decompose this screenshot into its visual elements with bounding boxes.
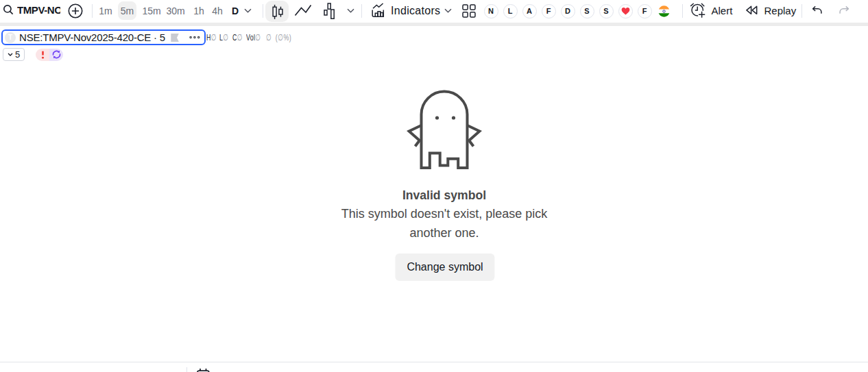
ohlc-value: ∅	[210, 32, 216, 42]
ohlc-value: ∅	[255, 32, 261, 42]
quick-symbol-N[interactable]: N	[484, 4, 498, 18]
legend-symbol-pill[interactable]: T NSE:TMPV-Nov2025-420-CE · 5	[1, 29, 206, 45]
india-flag-icon	[658, 5, 670, 17]
ohlc-pair: ∅ (∅%)	[266, 32, 291, 42]
top-toolbar: TMPV-NO 1m 5m 15m 30m 1h 4h D	[0, 0, 868, 23]
bottom-toolbar	[0, 362, 868, 372]
ohlc-value: ∅	[223, 32, 228, 42]
message-line-2: another one.	[341, 223, 548, 243]
toolbar-separator	[682, 4, 683, 18]
ghost-illustration	[407, 88, 482, 171]
ohlc-pair: H∅	[206, 32, 216, 42]
interval-D[interactable]: D	[228, 0, 243, 21]
quick-symbol-heart[interactable]	[618, 4, 633, 18]
symbol-search-button[interactable]: TMPV-NO	[0, 0, 63, 19]
quick-symbol-A[interactable]: A	[522, 4, 537, 18]
ohlc-pair: L∅	[219, 32, 228, 42]
interval-1h[interactable]: 1h	[189, 0, 208, 21]
line-chart-icon	[294, 2, 312, 20]
ohlc-pair: Vol∅	[246, 32, 261, 42]
chevron-down-icon	[444, 8, 452, 13]
legend-row-2: 5	[3, 48, 63, 61]
interval-menu-chevron[interactable]	[241, 0, 254, 21]
chart-type-menu-chevron[interactable]	[344, 0, 357, 21]
change-value: ∅ (∅%)	[266, 32, 291, 42]
empty-state-title: Invalid symbol	[402, 188, 486, 203]
toolbar-separator	[801, 4, 802, 18]
compare-add-symbol-button[interactable]	[67, 0, 84, 21]
symbol-logo-placeholder: T	[5, 32, 16, 43]
chart-type-columns-button[interactable]	[319, 0, 339, 21]
quick-symbol-D[interactable]: D	[561, 4, 575, 18]
refresh-icon[interactable]	[49, 49, 63, 61]
quick-symbol-india-flag[interactable]	[657, 4, 671, 18]
redo-arrow-icon	[839, 6, 849, 15]
legend-symbol-title: NSE:TMPV-Nov2025-420-CE · 5	[19, 32, 165, 43]
interval-15m[interactable]: 15m	[141, 0, 162, 21]
interval-dropdown-value: 5	[15, 49, 20, 60]
replay-label: Replay	[764, 5, 797, 16]
heart-icon	[621, 7, 630, 15]
chevron-down-icon	[244, 8, 252, 13]
undo-button[interactable]	[809, 0, 825, 21]
symbol-search-label: TMPV-NO	[17, 4, 60, 16]
replay-rewind-icon	[745, 4, 758, 18]
quick-symbol-F[interactable]: F	[542, 4, 556, 18]
more-options-icon[interactable]	[189, 36, 200, 39]
quick-symbol-S[interactable]: S	[580, 4, 594, 18]
alert-clock-plus-icon	[689, 3, 706, 19]
quick-symbol-S2[interactable]: S	[599, 4, 614, 18]
replay-button[interactable]: Replay	[745, 0, 796, 21]
status-capsule[interactable]	[36, 49, 63, 61]
candlestick-chart-icon	[267, 1, 287, 21]
quick-symbol-F2[interactable]: F	[638, 4, 652, 18]
quick-symbol-L[interactable]: L	[503, 4, 518, 18]
indicators-button[interactable]: Indicators	[372, 0, 440, 21]
grid-layout-icon	[462, 4, 476, 18]
change-symbol-button[interactable]: Change symbol	[395, 253, 494, 281]
ohlc-value: ∅	[237, 32, 242, 42]
columns-chart-icon	[320, 2, 338, 20]
toolbar-separator	[361, 4, 362, 18]
chart-type-line-button[interactable]	[293, 0, 313, 21]
ohlc-label: C	[232, 32, 237, 42]
toolbar-separator	[263, 4, 263, 18]
interval-4h[interactable]: 4h	[208, 0, 227, 21]
chevron-down-icon	[347, 8, 354, 13]
bottom-separator-vertical	[186, 367, 187, 372]
chevron-down-icon	[8, 53, 13, 56]
interval-1m[interactable]: 1m	[96, 0, 115, 21]
indicators-icon	[372, 3, 387, 18]
chart-type-candles-button[interactable]	[265, 1, 289, 23]
tradingview-app: TMPV-NO 1m 5m 15m 30m 1h 4h D	[0, 0, 868, 372]
undo-arrow-icon	[812, 6, 822, 15]
search-icon	[3, 4, 14, 16]
ohlc-label: H	[206, 32, 211, 42]
indicators-label: Indicators	[391, 5, 440, 17]
alert-button[interactable]: Alert	[689, 0, 732, 21]
toolbar-separator-band	[0, 23, 868, 26]
go-to-date-calendar-icon[interactable]	[197, 369, 210, 372]
interval-dropdown[interactable]: 5	[3, 48, 25, 61]
toolbar-separator	[92, 4, 93, 18]
empty-state-message: This symbol doesn't exist, please pick a…	[341, 204, 548, 243]
indicators-templates-chevron[interactable]	[442, 0, 454, 21]
flag-icon[interactable]	[171, 34, 179, 42]
layout-grid-button[interactable]	[460, 0, 478, 21]
alert-label: Alert	[712, 5, 733, 16]
ohlc-label: Vol	[246, 32, 255, 42]
ohlc-pair: C∅	[232, 32, 242, 42]
data-problem-icon[interactable]	[36, 49, 49, 61]
plus-circle-icon	[68, 3, 83, 18]
redo-button[interactable]	[835, 0, 852, 21]
interval-30m[interactable]: 30m	[165, 0, 186, 21]
interval-5m[interactable]: 5m	[118, 1, 136, 20]
message-line-1: This symbol doesn't exist, please pick	[341, 204, 548, 223]
